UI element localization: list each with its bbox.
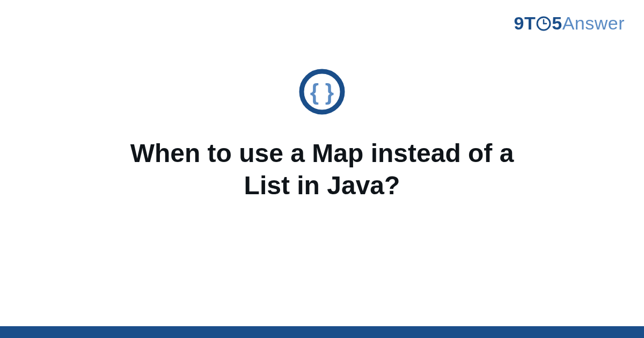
logo-five: 5 [552, 13, 562, 34]
brand-logo: 9 T 5 Answer [514, 13, 625, 34]
code-braces-icon: { } [299, 69, 345, 115]
main-content: { } When to use a Map instead of a List … [0, 69, 644, 202]
clock-icon [536, 16, 551, 31]
logo-letter-t: T [524, 13, 536, 34]
logo-answer: Answer [562, 13, 625, 34]
svg-text:{ }: { } [310, 79, 334, 105]
footer-bar [0, 326, 644, 338]
logo-nine: 9 [514, 13, 524, 34]
page-title: When to use a Map instead of a List in J… [80, 137, 564, 202]
